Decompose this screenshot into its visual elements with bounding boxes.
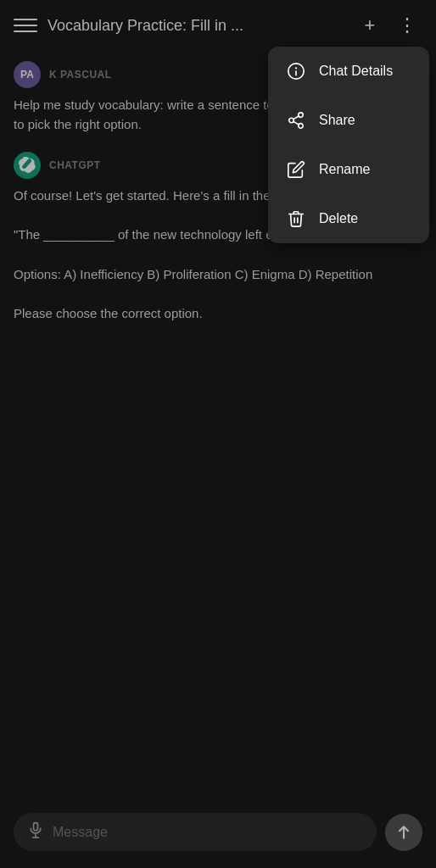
- info-icon: [285, 60, 307, 82]
- dropdown-delete[interactable]: Delete: [268, 194, 429, 243]
- chat-details-label: Chat Details: [319, 64, 393, 79]
- share-icon: [285, 109, 307, 131]
- dropdown-rename[interactable]: Rename: [268, 145, 429, 194]
- svg-line-10: [293, 116, 299, 120]
- rename-label: Rename: [319, 162, 370, 177]
- svg-line-9: [293, 121, 299, 125]
- dropdown-share[interactable]: Share: [268, 96, 429, 145]
- trash-icon: [285, 208, 307, 230]
- dropdown-chat-details[interactable]: Chat Details: [268, 47, 429, 96]
- pencil-icon: [285, 159, 307, 181]
- delete-label: Delete: [319, 211, 358, 226]
- dropdown-menu: Chat Details Share Rename: [268, 47, 429, 243]
- share-label: Share: [319, 113, 355, 128]
